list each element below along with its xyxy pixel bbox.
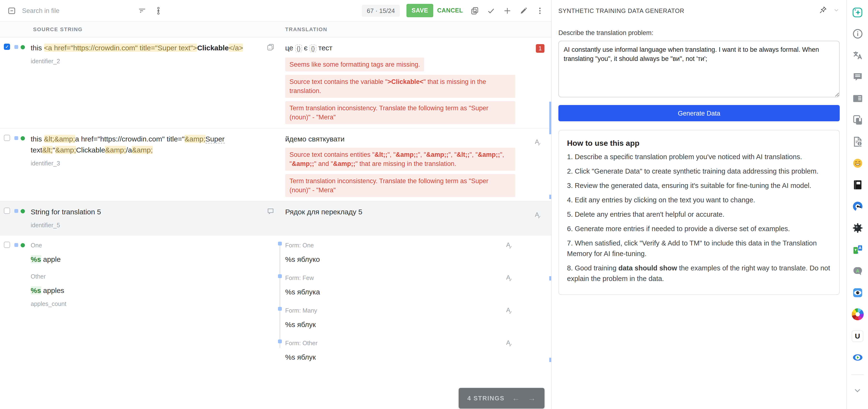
form-bullet-icon: [278, 242, 282, 245]
plural-form-label: One: [31, 240, 256, 251]
strings-pagination-bar: 4 STRINGS ← →: [459, 388, 545, 409]
search-input[interactable]: [22, 7, 118, 14]
string-info-icon[interactable]: [851, 92, 864, 105]
describe-problem-label: Describe the translation problem:: [558, 29, 840, 36]
translation-form-many[interactable]: Form: Many %s яблук A✓: [285, 305, 522, 330]
howto-list-item: 4. Edit any entries by clicking on the t…: [567, 195, 831, 205]
translation-form-one[interactable]: Form: One %s яблуко A✓: [285, 240, 522, 265]
save-button[interactable]: SAVE: [406, 4, 434, 17]
qa-error-message: Source text contains the variable ">Clic…: [285, 75, 515, 98]
string-row-identifier_2[interactable]: this <a href="https://crowdin.com" title…: [0, 37, 551, 128]
add-string-icon[interactable]: [500, 4, 514, 17]
plural-form-label: Other: [31, 271, 256, 283]
translation-text[interactable]: %s яблук: [285, 319, 522, 330]
duplicates-icon[interactable]: [851, 114, 864, 126]
spellcheck-icon[interactable]: A✓: [506, 337, 514, 349]
more-menu-icon[interactable]: [533, 4, 547, 17]
quality-gauge-icon[interactable]: [851, 200, 864, 213]
translation-form-few[interactable]: Form: Few %s яблука A✓: [285, 273, 522, 297]
translation-text[interactable]: це {} є {} тест: [285, 42, 522, 54]
previous-page-arrow-icon[interactable]: ←: [512, 394, 520, 402]
problem-description-textarea[interactable]: AI constantly use informal language when…: [558, 41, 840, 97]
spellcheck-icon[interactable]: A✓: [535, 136, 542, 148]
comment-bubble-icon[interactable]: [267, 207, 275, 231]
qa-errors: Source text contains entities "&lt;;", "…: [285, 148, 522, 197]
duplicate-string-icon[interactable]: [267, 43, 275, 124]
color-palette-icon[interactable]: [851, 308, 864, 321]
qa-error-message: Term translation inconsistency. Translat…: [285, 101, 515, 124]
comments-icon[interactable]: [851, 70, 864, 83]
file-context-icon[interactable]: [851, 135, 864, 148]
translation-counter: 67 · 15/24: [362, 5, 400, 17]
translation-text[interactable]: Рядок для перекладу 5: [285, 206, 522, 217]
filter-icon[interactable]: [135, 4, 149, 17]
form-bullet-icon: [278, 340, 282, 343]
translate-icon[interactable]: [851, 49, 864, 62]
approve-check-icon[interactable]: [484, 4, 497, 17]
translation-text[interactable]: %s яблуко: [285, 254, 522, 265]
settings-slider-icon[interactable]: [151, 4, 165, 17]
copy-source-icon[interactable]: [468, 4, 481, 17]
next-page-arrow-icon[interactable]: →: [528, 394, 536, 402]
string-row-identifier_5[interactable]: String for translation 5 identifier_5 Ря…: [0, 201, 551, 235]
pin-panel-icon[interactable]: [818, 5, 827, 16]
howto-heading: How to use this app: [567, 139, 831, 148]
howto-list-item: 2. Click "Generate Data" to create synth…: [567, 166, 831, 176]
plural-form-label: Form: One: [285, 240, 522, 251]
u-app-icon[interactable]: U: [851, 329, 864, 342]
form-bullet-icon: [278, 307, 282, 311]
howto-list-item: 7. When satisfied, click "Verify & Add t…: [567, 238, 831, 259]
language-chat-icon[interactable]: A: [851, 265, 864, 277]
spellcheck-icon[interactable]: A✓: [506, 239, 514, 251]
edit-pencil-icon[interactable]: [517, 4, 530, 17]
translation-text[interactable]: %s яблук: [285, 351, 522, 362]
status-square-icon: [14, 209, 18, 213]
strings-toolbar: 67 · 15/24 SAVE CANCEL: [0, 0, 551, 22]
ai-generator-icon[interactable]: [851, 6, 864, 19]
plural-form-label: Form: Other: [285, 338, 522, 349]
generate-data-button[interactable]: Generate Data: [558, 105, 840, 121]
strings-list: this <a href="https://crowdin.com" title…: [0, 37, 551, 409]
collapse-chevron-icon[interactable]: [851, 384, 864, 397]
status-translated-icon: [21, 45, 25, 49]
strings-count: 4 STRINGS: [467, 395, 504, 402]
qa-error-message: Term translation inconsistency. Translat…: [285, 174, 515, 197]
row-checkbox[interactable]: [4, 135, 10, 141]
row-checkbox[interactable]: [4, 208, 10, 214]
source-text: this <a href="https://crowdin.com" title…: [31, 42, 256, 53]
howto-list-item: 8. Good training data should show the ex…: [567, 263, 831, 284]
synthetic-data-panel: SYNTHETIC TRAINING DATA GENERATOR Descri…: [552, 0, 847, 409]
settings-gear-icon[interactable]: [851, 222, 864, 234]
glossary-book-icon[interactable]: [851, 178, 864, 191]
spellcheck-icon[interactable]: A✓: [506, 272, 514, 284]
emoji-icon[interactable]: [851, 157, 864, 170]
form-bullet-icon: [278, 274, 282, 278]
scroll-marker[interactable]: [549, 101, 551, 134]
string-row-apples_count[interactable]: One %s apple Other %s apples apples_coun…: [0, 235, 551, 375]
panel-title: SYNTHETIC TRAINING DATA GENERATOR: [558, 7, 684, 14]
crowdin-editor: 67 · 15/24 SAVE CANCEL: [0, 0, 868, 409]
string-identifier: identifier_2: [31, 56, 256, 67]
scroll-marker: [549, 195, 551, 199]
howto-list-item: 6. Generate more entries if needed to pr…: [567, 224, 831, 234]
qa-error-message: Seems like some formatting tags are miss…: [285, 58, 425, 71]
preview-eye-icon[interactable]: [851, 286, 864, 299]
translation-apps-icon[interactable]: [851, 243, 864, 256]
status-translated-icon: [21, 243, 25, 247]
spellcheck-icon[interactable]: A✓: [506, 304, 514, 317]
cancel-button[interactable]: CANCEL: [437, 7, 463, 14]
translation-text[interactable]: йдемо святкувати: [285, 133, 522, 144]
collapse-sidebar-icon[interactable]: [5, 4, 18, 17]
string-row-identifier_3[interactable]: this &lt;&amp;a href="https://crowdin.co…: [0, 128, 551, 201]
spellcheck-icon[interactable]: A✓: [535, 209, 542, 221]
howto-list-item: 1. Describe a specific translation probl…: [567, 151, 831, 162]
translation-form-other[interactable]: Form: Other %s яблук A✓: [285, 338, 522, 362]
row-checkbox[interactable]: [4, 242, 10, 248]
info-icon[interactable]: [851, 27, 864, 40]
translation-text[interactable]: %s яблука: [285, 286, 522, 297]
panel-header: SYNTHETIC TRAINING DATA GENERATOR: [552, 0, 846, 22]
collapse-panel-chevron-icon[interactable]: [833, 6, 840, 15]
row-checkbox[interactable]: [4, 43, 10, 50]
visual-review-icon[interactable]: [851, 351, 864, 364]
qa-issues-badge[interactable]: 1: [536, 44, 545, 53]
